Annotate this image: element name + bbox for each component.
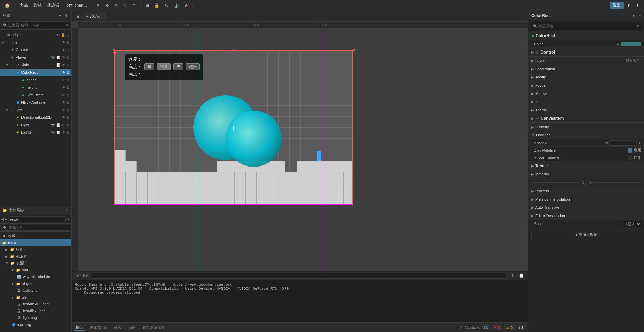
section-material[interactable]: ▶ Material bbox=[528, 170, 644, 178]
section-visibility[interactable]: ▶ Visibility bbox=[528, 123, 644, 131]
fs-filter-input[interactable] bbox=[8, 226, 68, 230]
action-lock[interactable]: 🔒 bbox=[60, 33, 66, 37]
fs-refresh[interactable]: ⟳ bbox=[66, 217, 70, 222]
action-eye-cr[interactable]: 👁 bbox=[61, 71, 66, 74]
tab-test[interactable]: 测试 bbox=[31, 2, 44, 9]
action-eye-l1[interactable]: 👁 bbox=[61, 123, 66, 127]
control-expand-icon[interactable]: ▶ bbox=[531, 50, 534, 54]
action-group-player[interactable]: ⊡ bbox=[66, 56, 70, 59]
scene-filter-clear[interactable]: ✕ bbox=[65, 23, 68, 27]
action-group-ground[interactable]: ⊡ bbox=[66, 48, 70, 52]
section-tooltip[interactable]: ▶ Tooltip bbox=[528, 73, 644, 81]
tree-item-colorrect[interactable]: ■ ColorRect 👁 ⊡ bbox=[0, 69, 71, 76]
tool-select[interactable]: ↖ bbox=[95, 2, 102, 9]
fs-subscenes[interactable]: ▶ 📁 小场景 bbox=[0, 253, 71, 260]
tree-item-tile[interactable]: ▼ ○ Tile 👁 ⊡ bbox=[0, 39, 71, 46]
action-eye-tile[interactable]: 👁 bbox=[61, 41, 66, 44]
fs-font[interactable]: ▼ 📁 font bbox=[0, 266, 71, 273]
ysort-checkbox[interactable] bbox=[628, 156, 632, 160]
fs-root[interactable]: 📁 res:// bbox=[0, 239, 71, 246]
tree-item-dirlight[interactable]: ✳ DirectionalLight2D 👁 ⊡ bbox=[0, 114, 71, 121]
action-group-tile[interactable]: ⊡ bbox=[66, 41, 70, 44]
tree-item-light[interactable]: ▼ ○ light 👁 ⊡ bbox=[0, 106, 71, 114]
tree-item-testinfo[interactable]: ▼ ○ test-info 📝 👁 ⊡ bbox=[0, 61, 71, 69]
tree-item-player[interactable]: ★ Player 📷 📝 👁 ⊡ bbox=[0, 54, 71, 61]
action-script-l1[interactable]: 📝 bbox=[56, 123, 61, 127]
action-camera[interactable]: 📷 bbox=[50, 56, 56, 59]
tab-animation[interactable]: 动画 bbox=[127, 324, 137, 331]
handle-tr[interactable] bbox=[353, 49, 355, 51]
action-eye-ti[interactable]: 👁 bbox=[61, 63, 66, 67]
action-group-hbox[interactable]: ⊡ bbox=[66, 101, 70, 104]
tree-item-light2[interactable]: ☀ Light2 📷 📝 👁 ⊡ bbox=[0, 129, 71, 136]
action-eye-height[interactable]: 👁 bbox=[61, 86, 66, 89]
scene-filter-input[interactable] bbox=[8, 23, 64, 27]
section-editor-desc[interactable]: ▶ Editor Description bbox=[528, 212, 644, 220]
action-camera-l2[interactable]: 📷 bbox=[50, 131, 56, 134]
tool-rotate[interactable]: ↺ bbox=[112, 2, 120, 9]
color-swatch[interactable] bbox=[621, 42, 641, 46]
zoom-in-btn[interactable]: + bbox=[102, 14, 104, 19]
fs-forward[interactable]: ▶ bbox=[5, 217, 7, 221]
console-filter-input[interactable] bbox=[92, 273, 507, 279]
action-eye-speed[interactable]: 👁 bbox=[61, 78, 66, 82]
tab-debugger[interactable]: 调试器 (1) bbox=[89, 324, 108, 331]
scene-add-btn[interactable]: + bbox=[58, 14, 62, 17]
game-scene[interactable]: 速度： 高度： 暗 正常 光 超光 高度： bbox=[78, 28, 528, 271]
color-refresh-icon[interactable]: ↻ bbox=[617, 42, 619, 46]
inspector-extra-btn[interactable]: ⋯ bbox=[637, 13, 641, 18]
inspector-dropdown[interactable]: ▼ bbox=[632, 13, 636, 18]
btn-up[interactable]: ⬆ bbox=[625, 2, 632, 9]
fs-wqy[interactable]: 🔤 wqy-microhei.ttc bbox=[0, 273, 71, 280]
action-eye-ls[interactable]: 👁 bbox=[61, 93, 66, 97]
action-eye-light[interactable]: 👁 bbox=[61, 108, 66, 112]
tree-item-light1[interactable]: ☀ Light 📷 📝 👁 ⊡ bbox=[0, 121, 71, 129]
scene-settings-btn[interactable]: ⚙ bbox=[63, 14, 68, 17]
toolbar-btn-home[interactable]: 🏠 bbox=[3, 2, 12, 9]
tool-lock[interactable]: 🔒 bbox=[152, 2, 162, 9]
btn-dark[interactable]: 暗 bbox=[144, 63, 154, 70]
tab-scene[interactable]: 出品 bbox=[18, 2, 30, 9]
section-mouse[interactable]: ▶ Mouse bbox=[528, 89, 644, 98]
btn-normal[interactable]: 正常 bbox=[157, 63, 171, 70]
section-auto-translate[interactable]: ▶ Auto Translate bbox=[528, 203, 644, 212]
action-group-l2[interactable]: ⊡ bbox=[66, 131, 70, 134]
fs-favorites[interactable]: ★ 收藏： bbox=[0, 232, 71, 239]
vp-grid-snap[interactable]: ⊞ bbox=[74, 13, 82, 19]
viewport[interactable]: 0 500 1000 1500 bbox=[72, 22, 528, 271]
tree-item-speed[interactable]: ● speed 👁 ⊡ bbox=[0, 76, 71, 84]
action-script-l2[interactable]: 📝 bbox=[56, 131, 61, 134]
fs-assets[interactable]: ▼ 📁 资源 bbox=[0, 260, 71, 266]
tab-audio[interactable]: 音频 bbox=[112, 324, 123, 331]
zindex-refresh[interactable]: ↻ bbox=[605, 141, 608, 145]
tool-group[interactable]: ⬡ bbox=[163, 2, 170, 9]
console-clear-btn[interactable]: ⬆ bbox=[509, 272, 516, 279]
action-group-dl[interactable]: ⊡ bbox=[66, 116, 70, 119]
action-eye-hbox[interactable]: 👁 bbox=[61, 101, 66, 104]
zrel-checkbox[interactable]: ✓ bbox=[628, 148, 632, 153]
section-theme[interactable]: ▶ Theme bbox=[528, 106, 644, 114]
action-script-ti[interactable]: 📝 bbox=[56, 63, 61, 67]
add-metadata-btn[interactable]: + 添加元数据 bbox=[531, 231, 641, 239]
section-process[interactable]: ▶ Process bbox=[528, 187, 644, 195]
action-eye-player[interactable]: 👁 bbox=[61, 56, 66, 59]
canvas-expand[interactable]: ▶ bbox=[531, 117, 534, 120]
script-dropdown[interactable]: <空> bbox=[623, 221, 641, 227]
action-group-l1[interactable]: ⊡ bbox=[66, 123, 70, 127]
action-eye-l2[interactable]: 👁 bbox=[61, 131, 66, 134]
tool-move[interactable]: ✥ bbox=[104, 2, 111, 9]
console-copy-btn[interactable]: 📋 bbox=[517, 272, 525, 279]
fs-tile-folder[interactable]: ▼ 📁 tile bbox=[0, 294, 71, 301]
action-group-ls[interactable]: ⊡ bbox=[66, 93, 70, 97]
section-ordering[interactable]: ▼ Ordering bbox=[528, 131, 644, 139]
tree-item-origin[interactable]: ⊕ origin 👁 🔒 ⊡ bbox=[0, 31, 71, 39]
tool-anchor[interactable]: ⚓ bbox=[172, 2, 181, 9]
fs-scenes[interactable]: ▶ 📁 场景 bbox=[0, 246, 71, 253]
tool-snap[interactable]: ⊞ bbox=[143, 2, 151, 9]
fs-back[interactable]: ◀ bbox=[1, 217, 4, 221]
action-group[interactable]: ⊡ bbox=[66, 33, 70, 37]
section-focus[interactable]: ▶ Focus bbox=[528, 81, 644, 89]
tool-scale[interactable]: ⤡ bbox=[121, 2, 129, 9]
btn-down[interactable]: ⬇ bbox=[634, 2, 641, 9]
tab-output[interactable]: 输出 bbox=[74, 324, 85, 331]
